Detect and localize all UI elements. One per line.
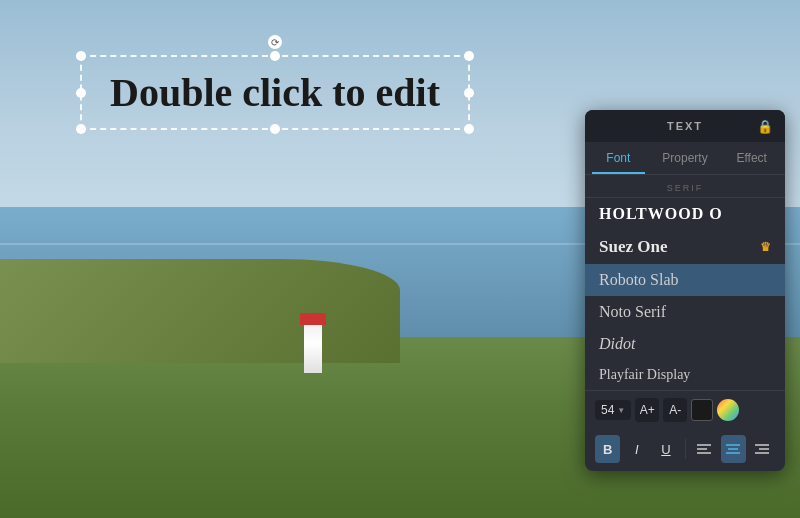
panel-content: SERIF HOLTWOOD O Suez One ♛ Roboto Slab … bbox=[585, 175, 785, 471]
align-right-icon bbox=[755, 443, 769, 455]
font-name-holtwood: HOLTWOOD O bbox=[599, 205, 723, 223]
lock-icon[interactable]: 🔒 bbox=[757, 119, 773, 134]
font-list: HOLTWOOD O Suez One ♛ Roboto Slab Noto S… bbox=[585, 198, 785, 390]
font-item-didot[interactable]: Didot bbox=[585, 328, 785, 360]
font-name-noto: Noto Serif bbox=[599, 303, 666, 321]
underline-icon: U bbox=[661, 442, 670, 457]
size-up-label: A+ bbox=[640, 403, 655, 417]
panel-format-bar: B I U bbox=[585, 429, 785, 471]
canvas-text-container[interactable]: ⟳ Double click to edit bbox=[80, 55, 470, 130]
font-item-suez[interactable]: Suez One ♛ bbox=[585, 230, 785, 264]
font-name-roboto: Roboto Slab bbox=[599, 271, 679, 289]
font-color-picker[interactable] bbox=[691, 399, 713, 421]
handle-corner-bl[interactable] bbox=[76, 124, 86, 134]
underline-button[interactable]: U bbox=[653, 435, 678, 463]
bg-cliffs bbox=[0, 259, 400, 363]
canvas: ⟳ Double click to edit TEXT 🔒 Font Prope… bbox=[0, 0, 800, 518]
align-center-button[interactable] bbox=[721, 435, 746, 463]
premium-icon-suez: ♛ bbox=[760, 240, 771, 255]
font-size-selector[interactable]: 54 ▼ bbox=[595, 400, 631, 420]
font-size-value: 54 bbox=[601, 403, 614, 417]
format-divider bbox=[685, 439, 686, 459]
tab-font[interactable]: Font bbox=[585, 142, 652, 174]
handle-right[interactable] bbox=[464, 88, 474, 98]
font-item-holtwood[interactable]: HOLTWOOD O bbox=[585, 198, 785, 230]
font-section-label: SERIF bbox=[585, 175, 785, 198]
font-name-playfair: Playfair Display bbox=[599, 367, 690, 383]
panel-title: TEXT bbox=[667, 120, 703, 132]
handle-bottom[interactable] bbox=[270, 124, 280, 134]
text-panel: TEXT 🔒 Font Property Effect SERIF HOLTWO… bbox=[585, 110, 785, 471]
bg-lighthouse bbox=[304, 313, 322, 373]
panel-tabs: Font Property Effect bbox=[585, 142, 785, 175]
font-size-down-button[interactable]: A- bbox=[663, 398, 687, 422]
font-name-suez: Suez One bbox=[599, 237, 667, 257]
handle-corner-br[interactable] bbox=[464, 124, 474, 134]
font-size-up-button[interactable]: A+ bbox=[635, 398, 659, 422]
panel-toolbar: 54 ▼ A+ A- bbox=[585, 390, 785, 429]
emoji-picker-button[interactable] bbox=[717, 399, 739, 421]
handle-left[interactable] bbox=[76, 88, 86, 98]
font-item-roboto[interactable]: Roboto Slab bbox=[585, 264, 785, 296]
handle-top[interactable] bbox=[270, 51, 280, 61]
panel-header: TEXT 🔒 bbox=[585, 110, 785, 142]
bold-icon: B bbox=[603, 442, 612, 457]
size-down-label: A- bbox=[669, 403, 681, 417]
chevron-down-icon: ▼ bbox=[617, 406, 625, 415]
bold-button[interactable]: B bbox=[595, 435, 620, 463]
italic-icon: I bbox=[635, 442, 639, 457]
align-left-icon bbox=[697, 443, 711, 455]
font-item-playfair[interactable]: Playfair Display bbox=[585, 360, 785, 390]
rotate-handle[interactable]: ⟳ bbox=[268, 35, 282, 49]
tab-property[interactable]: Property bbox=[652, 142, 719, 174]
canvas-text[interactable]: Double click to edit bbox=[110, 69, 440, 116]
italic-button[interactable]: I bbox=[624, 435, 649, 463]
align-left-button[interactable] bbox=[691, 435, 716, 463]
font-name-didot: Didot bbox=[599, 335, 635, 353]
tab-effect[interactable]: Effect bbox=[718, 142, 785, 174]
align-right-button[interactable] bbox=[750, 435, 775, 463]
align-center-icon bbox=[726, 443, 740, 455]
font-item-noto[interactable]: Noto Serif bbox=[585, 296, 785, 328]
